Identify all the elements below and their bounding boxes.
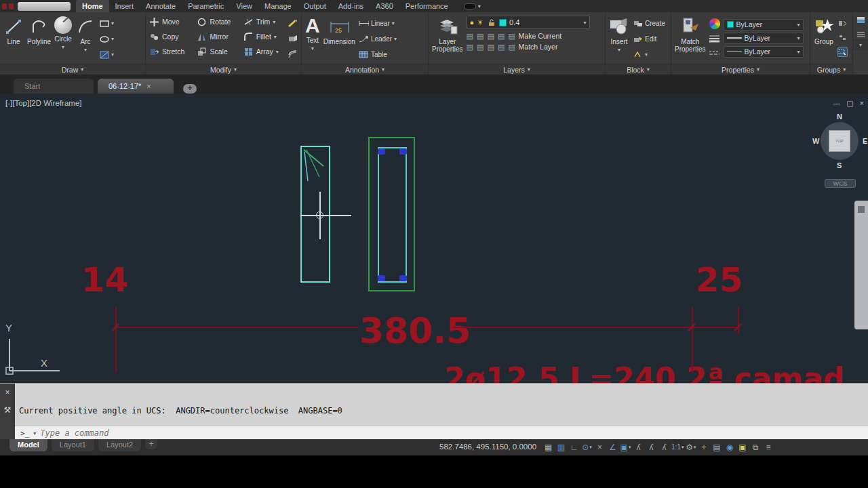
tab-view[interactable]: View <box>230 0 258 12</box>
panel-label-draw[interactable]: Draw ▾ <box>0 64 145 75</box>
grip-top-right[interactable] <box>399 148 407 155</box>
color-wheel-icon[interactable] <box>709 18 720 29</box>
annotation-scale-icon[interactable]: ʎ <box>658 441 670 453</box>
sync-icon[interactable] <box>856 15 866 25</box>
layer-color-swatch[interactable] <box>499 19 507 26</box>
workspace-gear-icon[interactable]: ⚙▾ <box>685 441 696 453</box>
panel-label-layers[interactable]: Layers ▾ <box>429 64 605 75</box>
circle-tool[interactable]: Circle ▾ <box>54 14 72 64</box>
table-tool[interactable]: Table <box>359 49 397 60</box>
explode-icon[interactable] <box>288 34 298 44</box>
tab-insert[interactable]: Insert <box>109 0 140 12</box>
viewcube-south[interactable]: S <box>837 161 842 169</box>
ungroup-icon[interactable] <box>837 18 848 28</box>
wrench-icon[interactable]: ⚒ <box>4 405 12 415</box>
fillet-tool[interactable]: Fillet ▾ <box>243 32 284 42</box>
clean-screen-icon[interactable]: ⧉ <box>749 441 761 453</box>
rectangle-inner[interactable] <box>378 147 407 283</box>
customization-icon[interactable]: ≡ <box>762 441 774 453</box>
quick-properties-icon[interactable]: ▤ <box>711 441 722 453</box>
linetype-list-icon[interactable] <box>709 47 719 58</box>
object-color-dropdown[interactable]: ByLayer ▾ <box>724 19 804 30</box>
viewcube-east[interactable]: E <box>863 137 867 145</box>
isolate-objects-icon[interactable]: ▣ <box>736 441 748 453</box>
text-tool[interactable]: A Text ▾ <box>305 14 320 64</box>
panel-label-annotation[interactable]: Annotation ▾ <box>302 64 428 75</box>
linetype-dropdown[interactable]: ByLayer ▾ <box>724 46 804 58</box>
make-current-button[interactable]: Make Current <box>519 32 562 40</box>
rectangle-object-left[interactable] <box>300 146 330 283</box>
grip-top-left[interactable] <box>378 148 385 155</box>
polyline-tool[interactable]: Polyline <box>27 14 51 64</box>
new-drawing-button[interactable]: + <box>183 84 197 94</box>
grid-display-icon[interactable]: ▦ <box>542 441 554 453</box>
panel-label-groups[interactable]: Groups ▾ <box>810 64 852 75</box>
layer-on-all-icon[interactable]: ▤ <box>467 43 473 51</box>
lineweight-list-icon[interactable] <box>709 33 719 43</box>
match-properties-button[interactable]: MatchProperties <box>675 14 706 64</box>
layer-freeze-icon[interactable]: ☀ <box>477 18 484 26</box>
dimension-text-left[interactable]: 14 <box>81 260 129 300</box>
layer-lock-tool-icon[interactable]: ▤ <box>498 32 505 40</box>
docked-palette-edge[interactable] <box>854 201 868 329</box>
viewcube[interactable]: TOP N S W E <box>814 113 867 178</box>
ribbon-expand[interactable]: ▾ <box>853 39 868 50</box>
trim-tool[interactable]: Trim ▾ <box>243 17 284 27</box>
file-tab-drawing[interactable]: 06-12-17* × <box>98 79 174 94</box>
offset-icon[interactable] <box>288 49 298 60</box>
mirror-tool[interactable]: Mirror <box>197 32 236 42</box>
tab-manage[interactable]: Manage <box>258 0 298 12</box>
layer-dropdown[interactable]: ● ☀ 0.4 ▾ <box>467 16 590 29</box>
grip-bottom-left[interactable] <box>378 275 385 281</box>
viewcube-north[interactable]: N <box>837 113 842 121</box>
insert-block-button[interactable]: Insert ▾ <box>609 14 629 64</box>
annotation-visibility-icon[interactable]: ʎ <box>633 441 644 453</box>
leader-tool[interactable]: Leader ▾ <box>359 34 397 44</box>
layer-thaw-icon[interactable]: ▤ <box>487 43 494 51</box>
tab-output[interactable]: Output <box>298 0 332 12</box>
file-tab-start[interactable]: Start <box>14 79 94 94</box>
new-layout-button[interactable]: + <box>145 439 157 449</box>
panel-label-properties[interactable]: Properties ▾ <box>671 64 810 75</box>
rectangle-tool[interactable]: ▾ <box>99 18 114 28</box>
block-attributes-button[interactable]: ▾ <box>633 49 665 60</box>
ortho-mode-icon[interactable]: ∟ <box>568 441 580 453</box>
match-layer-button[interactable]: Match Layer <box>519 43 558 51</box>
rebar-note-text[interactable]: 2ø12.5 L=240 2ª camad <box>444 361 844 383</box>
isodraft-icon[interactable]: × <box>594 441 606 453</box>
annotation-autoscale-icon[interactable]: ʎ <box>646 441 657 453</box>
group-edit-icon[interactable] <box>837 33 848 43</box>
array-tool[interactable]: Array ▾ <box>243 47 284 57</box>
close-icon[interactable]: × <box>860 99 864 108</box>
tab-layout2[interactable]: Layout2 <box>98 439 141 451</box>
layer-on-icon[interactable]: ● <box>470 18 475 26</box>
command-input[interactable] <box>40 428 311 438</box>
ellipse-tool[interactable]: ▾ <box>99 34 114 44</box>
layer-properties-button[interactable]: LayerProperties <box>432 14 463 64</box>
lineweight-dropdown[interactable]: ByLayer ▾ <box>724 33 804 44</box>
layer-lock-icon[interactable] <box>486 18 496 28</box>
group-selection-toggle[interactable] <box>837 47 848 57</box>
rectangle-object-right[interactable] <box>368 137 415 291</box>
group-button[interactable]: Group <box>814 14 834 64</box>
graphics-performance-icon[interactable]: ◉ <box>724 441 735 453</box>
edit-block-button[interactable]: Edit <box>633 34 665 44</box>
layer-unisolate-icon[interactable]: ▤ <box>477 43 484 51</box>
grip-bottom-right[interactable] <box>399 275 407 281</box>
snap-mode-icon[interactable]: ▥ <box>555 441 567 453</box>
hatch-tool[interactable]: ▾ <box>99 49 114 60</box>
minimize-icon[interactable]: — <box>833 99 840 108</box>
viewcube-west[interactable]: W <box>812 137 819 145</box>
line-tool[interactable]: Line <box>3 14 24 64</box>
move-tool[interactable]: Move <box>149 17 190 27</box>
restore-icon[interactable]: ▢ <box>846 99 853 108</box>
tab-a360[interactable]: A360 <box>370 0 399 12</box>
annotation-monitor-icon[interactable]: + <box>698 441 709 453</box>
stretch-tool[interactable]: Stretch <box>149 47 190 57</box>
dimension-tool[interactable]: 25 Dimension <box>323 14 355 64</box>
panel-label-modify[interactable]: Modify ▾ <box>146 64 301 75</box>
annotation-scale-value[interactable]: 1:1▾ <box>671 441 684 453</box>
scale-tool[interactable]: Scale <box>197 47 236 57</box>
viewport-controls[interactable]: [-][Top][2D Wireframe] <box>5 99 81 107</box>
layer-isolate-icon[interactable]: ▤ <box>477 32 484 40</box>
